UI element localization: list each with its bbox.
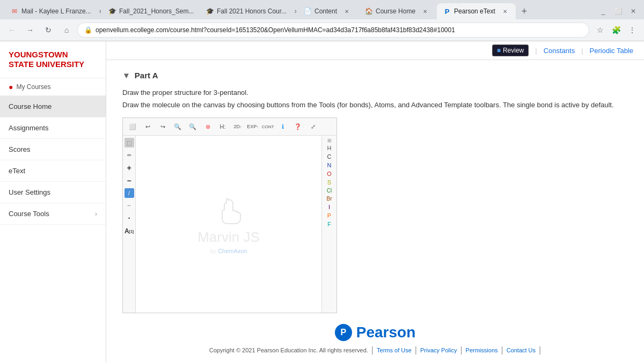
close-button[interactable]: ✕ (627, 5, 640, 18)
extension-button[interactable]: 🧩 (609, 23, 624, 38)
forward-button[interactable]: → (23, 23, 38, 38)
marvin-canvas[interactable]: Marvin JS by ChemAxon (136, 136, 321, 313)
new-doc-button[interactable]: ⬜ (126, 120, 139, 133)
tab-content-close[interactable]: ✕ (342, 7, 351, 16)
atom-button-F[interactable]: F (326, 220, 332, 228)
maximize-button[interactable]: ⬜ (612, 5, 625, 18)
atom-label-button[interactable]: A[1] (124, 226, 135, 237)
university-logo: YOUNGSTOWNSTATE UNIVERSITY (0, 41, 106, 78)
zoom-out-button[interactable]: 🔍 (186, 120, 199, 133)
sidebar-item-scores[interactable]: Scores (0, 139, 106, 160)
my-courses-icon: ● (9, 83, 13, 91)
copyright-sep-2: | (415, 345, 417, 355)
chemaxon-label: by ChemAxon (210, 248, 247, 254)
sidebar-item-etext[interactable]: eText (0, 160, 106, 182)
contact-us-link[interactable]: Contact Us (507, 347, 536, 353)
content-area: ■ Review | Constants | Periodic Table ▼ … (106, 41, 644, 362)
atom-button-Br[interactable]: Br (326, 195, 333, 202)
tab-coursehome[interactable]: 🏠 Course Home ✕ (358, 3, 436, 19)
back-button[interactable]: ← (4, 23, 19, 38)
atom-button-Cl[interactable]: Cl (326, 187, 333, 194)
by-label: by (210, 248, 216, 254)
tab-mail[interactable]: ✉ Mail - Kaylee L Franze... ✕ (4, 3, 101, 19)
sidebar-item-user-settings[interactable]: User Settings (0, 182, 106, 203)
constants-link[interactable]: Constants (544, 47, 575, 55)
plus-tool-button[interactable]: + (124, 162, 135, 173)
terms-of-use-link[interactable]: Terms of Use (377, 347, 412, 353)
undo-button[interactable]: ↩ (141, 120, 154, 133)
minus-tool-button[interactable]: − (124, 175, 135, 186)
atom-button-O[interactable]: O (326, 170, 333, 178)
tab-pearsontext[interactable]: P Pearson eText ✕ (437, 3, 516, 19)
home-button[interactable]: ⌂ (59, 23, 74, 38)
part-arrow-icon: ▼ (122, 71, 130, 80)
copyright-sep-3: | (460, 345, 462, 355)
marvin-left-tools: ⬚ ✏ + − / ↔ • A[1] (123, 136, 136, 313)
tab-content[interactable]: 📄 Content ✕ (297, 3, 357, 19)
separator-1: | (535, 47, 537, 55)
pearson-logo-circle: P (335, 324, 352, 341)
sidebar: YOUNGSTOWNSTATE UNIVERSITY ● My Courses … (0, 41, 106, 362)
copyright-sep-4: | (501, 345, 503, 355)
tab-fall2021sem[interactable]: 🎓 Fall_2021_Honors_Sem... ✕ (102, 3, 199, 19)
sidebar-item-assignments[interactable]: Assignments (0, 117, 106, 139)
select-tool-button[interactable]: ⬚ (125, 138, 134, 147)
tab-coursehome-close[interactable]: ✕ (421, 7, 429, 16)
info-button[interactable]: ℹ (276, 120, 289, 133)
tab-mail-label: Mail - Kaylee L Franze... (21, 8, 91, 15)
pearson-logo-text: Pearson (356, 324, 416, 341)
zoom-fit-button[interactable]: 🔍 (171, 120, 184, 133)
copyright-text: Copyright © 2021 Pearson Education Inc. … (209, 347, 368, 353)
review-button[interactable]: ■ Review (492, 45, 529, 56)
minimize-button[interactable]: _ (597, 5, 610, 18)
erase-tool-button[interactable]: ✏ (124, 150, 135, 160)
atom-button-N[interactable]: N (326, 161, 333, 169)
exp-button[interactable]: EXP↑ (246, 120, 259, 133)
privacy-policy-link[interactable]: Privacy Policy (420, 347, 457, 353)
coursehome-tab-icon: 🏠 (365, 8, 372, 15)
marvin-right-atoms: ⊞ H C N O S Cl Br I P F (321, 136, 336, 313)
url-bar[interactable]: 🔒 openvellum.ecollege.com/course.html?co… (77, 23, 589, 38)
cont-button[interactable]: CONT (261, 120, 274, 133)
atom-button-I[interactable]: I (327, 203, 331, 211)
atom-button-S[interactable]: S (326, 179, 332, 186)
tab-content-label: Content (314, 8, 337, 15)
sidebar-item-course-home[interactable]: Course Home (0, 96, 106, 117)
tab-mail-close[interactable]: ✕ (97, 7, 101, 16)
atom-button-C[interactable]: C (326, 153, 333, 160)
permissions-link[interactable]: Permissions (466, 347, 498, 353)
top-header: ■ Review | Constants | Periodic Table (106, 41, 644, 60)
tab-fall2021cour-close[interactable]: ✕ (292, 7, 296, 16)
bond-tool-button[interactable]: / (125, 188, 134, 198)
expand-button[interactable]: ⤢ (306, 120, 319, 133)
bookmark-button[interactable]: ☆ (592, 23, 608, 38)
charge-tool-button[interactable]: • (124, 213, 135, 224)
tab-fall2021sem-label: Fall_2021_Honors_Sem... (119, 8, 194, 15)
tab-pearsontext-close[interactable]: ✕ (501, 7, 509, 16)
help-button[interactable]: ❓ (291, 120, 304, 133)
sidebar-item-course-tools[interactable]: Course Tools › (0, 203, 106, 225)
stereo-tool-button[interactable]: ↔ (124, 200, 135, 211)
part-a-header: ▼ Part A (122, 71, 628, 80)
review-label: Review (503, 47, 524, 54)
address-bar: ← → ↻ ⌂ 🔒 openvellum.ecollege.com/course… (0, 19, 644, 41)
marvin-body: ⬚ ✏ + − / ↔ • A[1] (123, 136, 336, 313)
hplus-button[interactable]: H: (216, 120, 229, 133)
marvin-js-label: Marvin JS (197, 229, 260, 246)
my-courses-label: My Courses (16, 83, 50, 91)
new-tab-button[interactable]: + (517, 4, 532, 19)
tab-fall2021cour[interactable]: 🎓 Fall 2021 Honors Cour... ✕ (200, 3, 296, 19)
lock-icon: 🔒 (84, 26, 92, 34)
copyright-sep-1: | (371, 345, 374, 355)
zoom-in-button[interactable]: ⊗ (201, 120, 214, 133)
separator-2: | (581, 47, 583, 55)
redo-button[interactable]: ↪ (156, 120, 169, 133)
address-actions: ☆ 🧩 ⋮ (592, 23, 640, 38)
my-courses-section: ● My Courses (0, 78, 106, 96)
atom-button-H[interactable]: H (326, 144, 333, 152)
more-button[interactable]: ⋮ (625, 23, 640, 38)
2d-button[interactable]: 2D↑ (231, 120, 244, 133)
reload-button[interactable]: ↻ (41, 23, 56, 38)
atom-button-P[interactable]: P (326, 212, 332, 219)
periodic-table-link[interactable]: Periodic Table (590, 47, 633, 55)
